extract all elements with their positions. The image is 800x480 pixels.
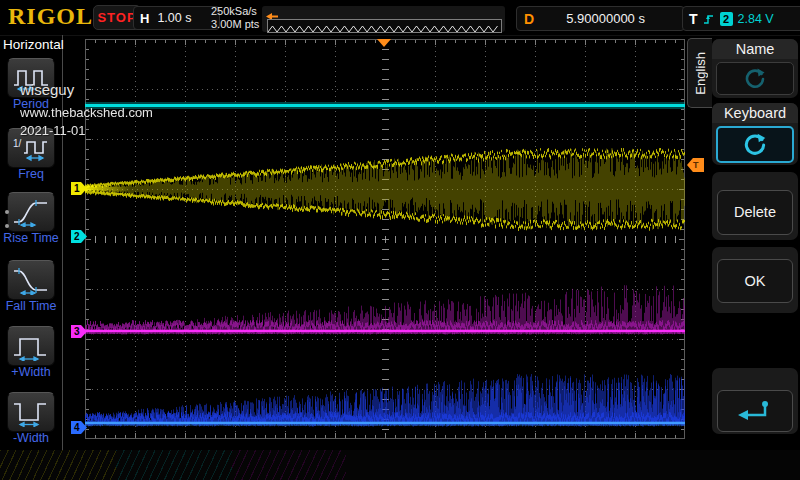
rising-edge-trigger-icon: [703, 13, 715, 25]
waveform-display: [85, 39, 685, 439]
oscilloscope-screen: RIGOL STOP H 1.00 s 250kSa/s 3.00M pts D…: [0, 0, 800, 480]
keyboard-label: Keyboard: [712, 103, 798, 123]
timebase-value: 1.00 s: [157, 11, 191, 25]
language-tab: English: [687, 38, 712, 108]
watermark-website: www.thebackshed.com: [20, 105, 153, 120]
rise-time-icon: [11, 197, 51, 227]
trigger-label: T: [689, 11, 698, 27]
language-label: English: [693, 52, 708, 95]
softkey-enter[interactable]: [712, 368, 798, 434]
preview-wave-window: [267, 19, 502, 33]
softkey-name[interactable]: Name: [712, 39, 798, 98]
acquisition-info: 250kSa/s 3.00M pts: [211, 5, 259, 30]
softkey-delete[interactable]: Delete: [712, 172, 798, 240]
fall-time-icon: [11, 265, 51, 295]
delete-button: Delete: [717, 190, 793, 235]
trigger-readout-box[interactable]: T 2 2.84 V: [682, 6, 800, 31]
delay-value: 5.90000000 s: [534, 11, 677, 26]
trigger-level-value: 2.84 V: [738, 12, 774, 26]
menu-item-rise-time[interactable]: Rise Time: [7, 192, 57, 232]
menu-item-plus-width[interactable]: +Width: [7, 326, 57, 366]
channel2-zone: [116, 450, 232, 480]
watermark-username: wiseguy: [20, 81, 74, 98]
plus-width-icon: [11, 331, 51, 361]
menu-item-minus-width[interactable]: -Width: [7, 392, 57, 432]
channel-status-bar: 1 50.0mV 2 2.00 V 3 50.0: [0, 450, 800, 480]
channel3-zone: [232, 450, 346, 480]
rotate-icon: [743, 67, 767, 91]
rotate-icon: [742, 132, 768, 158]
channel1-zone: [0, 450, 116, 480]
svg-text:1/: 1/: [13, 138, 22, 149]
waveform-memory-preview[interactable]: [262, 6, 505, 32]
softkey-keyboard[interactable]: Keyboard: [712, 103, 798, 165]
horizontal-label: H: [140, 11, 149, 26]
name-label: Name: [712, 39, 798, 59]
menu-title: Horizontal: [3, 37, 64, 52]
delay-readout-box[interactable]: D 5.90000000 s: [516, 6, 685, 31]
memory-depth: 3.00M pts: [211, 18, 259, 31]
trigger-source-badge: 2: [720, 12, 733, 26]
ok-button: OK: [717, 259, 793, 303]
top-status-bar: RIGOL STOP H 1.00 s 250kSa/s 3.00M pts D…: [0, 0, 800, 36]
watermark-date: 2021-11-01: [20, 123, 86, 138]
softkey-menu: English Name Keyboard Delete: [686, 35, 800, 450]
rigol-logo: RIGOL: [8, 3, 93, 30]
delay-label: D: [524, 11, 534, 27]
enter-icon: [735, 398, 775, 424]
page-indicator-dot: [5, 224, 9, 228]
horizontal-timebase-box[interactable]: H 1.00 s: [133, 6, 220, 30]
preview-wave-icon: [268, 24, 499, 34]
minus-width-icon: [11, 397, 51, 427]
page-indicator-dot: [5, 210, 9, 214]
softkey-ok[interactable]: OK: [712, 247, 798, 313]
sample-rate: 250kSa/s: [211, 5, 259, 18]
menu-item-fall-time[interactable]: Fall Time: [7, 260, 57, 300]
